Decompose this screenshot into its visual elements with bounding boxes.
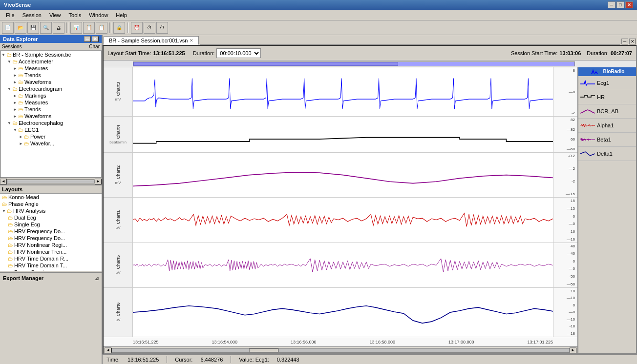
hscroll-left[interactable]: ◄ — [105, 347, 111, 353]
time-label-0: 13:16:51.225 — [133, 340, 159, 344]
right-panel-minimize[interactable]: ─ — [621, 39, 628, 44]
panel-close[interactable]: ✕ — [92, 36, 99, 42]
tree-item-accelerometer[interactable]: ▼ 🗁 Accelerometer — [0, 58, 101, 65]
chart4-scale-60: —60 — [553, 147, 576, 151]
toolbar-btn8[interactable]: 📋 — [96, 22, 107, 34]
chart5-main[interactable] — [133, 243, 553, 287]
tree-item-accel-trends[interactable]: ► 🗁 Trends — [0, 72, 101, 79]
chart1-scale-mid: 0 — [553, 214, 576, 219]
minimap-bar[interactable] — [133, 61, 575, 66]
legend-ecg1[interactable]: Ecg1 — [578, 76, 636, 90]
window-controls[interactable]: ─ □ ✕ — [608, 1, 633, 8]
layout-hrv-nonlin1[interactable]: 🗁 HRV Nonlinear Regi... — [0, 242, 102, 248]
hscroll-thumb[interactable] — [249, 348, 278, 352]
layout-hrv-time2[interactable]: 🗁 HRV Time Domain T... — [0, 262, 102, 269]
chart6-main[interactable] — [133, 288, 553, 337]
toolbar-btn12[interactable]: ⏱ — [156, 22, 168, 34]
layout-phase[interactable]: 🗁 Phase Angle — [0, 201, 102, 207]
chart-row-alpha: Chart1 μV 15 —15 0 — [104, 198, 577, 243]
tree-item-ecg-waveforms[interactable]: ► 🗁 Waveforms — [0, 113, 101, 120]
chart3-scale: 8 —8 -2 — [553, 67, 577, 116]
legend-alpha[interactable]: Alpha1 — [578, 119, 636, 133]
tree-item-eeg1[interactable]: ▼ 🗁 EEG1 — [0, 126, 101, 133]
duration-select[interactable]: 00:00:10.000 00:00:05.000 00:00:30.000 — [216, 48, 261, 58]
chart6-name: Chart6 — [116, 303, 121, 317]
print-button[interactable]: 🖨 — [53, 22, 64, 34]
layouts-tree[interactable]: 🗁 Konno-Mead 🗁 Phase Angle ▼ 🗁 HRV Analy… — [0, 194, 102, 271]
toolbar-btn4[interactable]: 🔍 — [40, 22, 52, 34]
toolbar-btn10[interactable]: ⏰ — [131, 22, 143, 34]
minimap[interactable] — [104, 61, 636, 67]
menu-tools[interactable]: Tools — [65, 11, 85, 19]
chart2-svg — [133, 153, 553, 197]
open-button[interactable]: 📂 — [15, 22, 26, 34]
tree-item-session[interactable]: ▼ 🗁 BR - Sample Session.bc — [0, 51, 101, 58]
tree-item-ecg-measures[interactable]: ► 🗁 Measures — [0, 99, 101, 106]
legend-delta[interactable]: Delta1 — [578, 147, 636, 161]
chart6-unit: μV — [116, 318, 121, 322]
legend-bcr[interactable]: BCR_AB — [578, 104, 636, 119]
chart4-main[interactable] — [133, 117, 553, 152]
layout-hrv-freq1[interactable]: 🗁 HRV Frequency Do... — [0, 228, 102, 235]
tree-item-ecg[interactable]: ▼ 🗁 Electrocardiogram — [0, 85, 101, 92]
layout-single-ecg[interactable]: 🗁 Single Ecg — [0, 221, 102, 228]
panel-minimize[interactable]: ─ — [84, 36, 91, 42]
minimap-selection[interactable] — [133, 62, 398, 66]
layout-konno[interactable]: 🗁 Konno-Mead — [0, 194, 102, 201]
chart4-scale: 82 —82 60 —60 — [553, 117, 577, 152]
tree-item-eeg-wavefor[interactable]: ► 🗁 Wavefor... — [0, 140, 101, 147]
menu-help[interactable]: Help — [112, 11, 131, 19]
menu-window[interactable]: Window — [85, 11, 112, 19]
tree-item-accel-measures[interactable]: ► 🗁 Measures — [0, 65, 101, 72]
toolbar-btn6[interactable]: 📊 — [70, 22, 82, 34]
tree-item-accel-waveforms[interactable]: ► 🗁 Waveforms — [0, 79, 101, 85]
menu-file[interactable]: File — [2, 11, 19, 19]
layout-hrv-nonlin2[interactable]: 🗁 HRV Nonlinear Tren... — [0, 248, 102, 255]
layout-hrv[interactable]: ▼ 🗁 HRV Analysis — [0, 207, 102, 214]
data-tree[interactable]: ▼ 🗁 BR - Sample Session.bc ▼ 🗁 Accelerom… — [0, 51, 102, 178]
menu-session[interactable]: Session — [19, 11, 45, 19]
tree-hscroll[interactable]: ◄ ► — [0, 178, 102, 184]
chart1-scale-0: —0 — [553, 222, 576, 226]
tree-item-eeg[interactable]: ▼ 🗁 Electroencephalog — [0, 120, 101, 126]
session-start-info: Session Start Time: 13:03:06 Duration: 0… — [511, 50, 632, 56]
layout-hrv-freq2[interactable]: 🗁 HRV Frequency Do... — [0, 235, 102, 242]
chart1-main[interactable] — [133, 198, 553, 242]
new-button[interactable]: 📄 — [2, 22, 14, 34]
hscroll-right[interactable]: ► — [570, 347, 576, 353]
scroll-right-btn[interactable]: ► — [95, 179, 102, 184]
minimize-button[interactable]: ─ — [608, 1, 616, 8]
toolbar-btn9[interactable]: 🔒 — [113, 22, 125, 34]
menu-view[interactable]: View — [45, 11, 65, 19]
legend-beta[interactable]: Beta1 — [578, 133, 636, 147]
layout-duration-label: Duration: — [193, 50, 215, 56]
chart5-svg — [133, 243, 553, 287]
chart1-scale-top: 15 — [553, 199, 576, 203]
tree-item-eeg-power[interactable]: ► 🗁 Power — [0, 133, 101, 140]
h-scrollbar[interactable]: ◄ ► — [104, 346, 577, 353]
legend-delta-wave — [580, 150, 595, 158]
maximize-button[interactable]: □ — [616, 1, 624, 8]
legend-hr[interactable]: HR — [578, 90, 636, 104]
scroll-left-btn[interactable]: ◄ — [0, 179, 7, 184]
layout-power-spectrum[interactable]: 🗁 Power Spectrum an... — [0, 269, 102, 271]
tab-close-icon[interactable]: ✕ — [190, 38, 193, 43]
chart2-scale: -0.2 —2 -2 —3.5 — [553, 153, 577, 197]
charts-and-legend: Chart3 mV 8 —8 -2 — [104, 67, 636, 353]
toolbar-btn7[interactable]: 📋 — [83, 22, 95, 34]
tree-item-ecg-trends[interactable]: ► 🗁 Trends — [0, 106, 101, 113]
right-panel-close[interactable]: ✕ — [629, 39, 636, 44]
save-button[interactable]: 💾 — [27, 22, 39, 34]
layout-hrv-time1[interactable]: 🗁 HRV Time Domain R... — [0, 255, 102, 262]
close-button[interactable]: ✕ — [625, 1, 633, 8]
chart3-main[interactable] — [133, 67, 553, 116]
layout-dual-ecg[interactable]: 🗁 Dual Ecg — [0, 214, 102, 221]
tree-item-ecg-markings[interactable]: ► 🗁 Markings — [0, 92, 101, 99]
title-bar: VivoSense ─ □ ✕ — [0, 0, 637, 10]
main-tab[interactable]: BR - Sample Session.bcr001.vsn ✕ — [104, 36, 199, 45]
hscroll-track[interactable] — [111, 348, 570, 353]
chart-row-delta: Chart6 μV 10 —10 0 — [104, 288, 577, 337]
chart2-main[interactable] — [133, 153, 553, 197]
toolbar-btn11[interactable]: ⏱ — [144, 22, 155, 34]
export-manager-label: Export Manager — [3, 275, 43, 281]
